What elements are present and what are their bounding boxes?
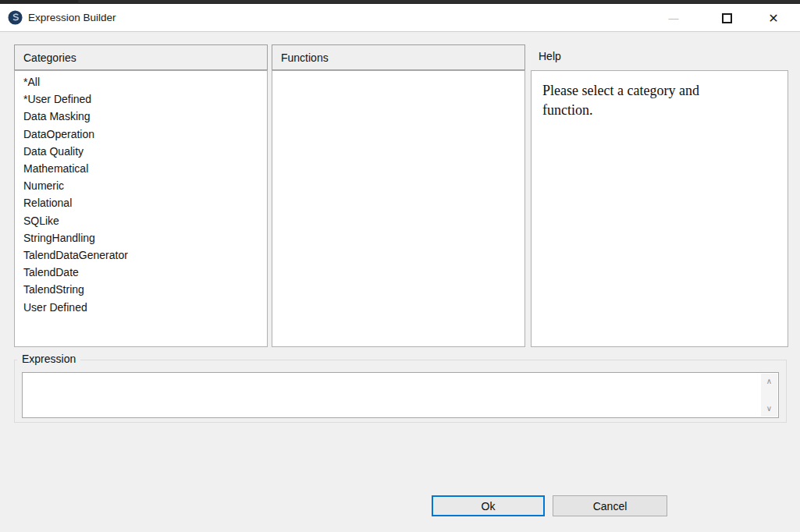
- category-list-item[interactable]: TalendDate: [15, 264, 267, 281]
- category-list-item[interactable]: *All: [15, 73, 267, 90]
- category-list-item[interactable]: TalendDataGenerator: [15, 246, 267, 264]
- help-header: Help: [539, 50, 561, 62]
- category-list-item[interactable]: SQLike: [15, 212, 267, 229]
- functions-list[interactable]: [272, 70, 525, 347]
- cancel-button[interactable]: Cancel: [553, 495, 667, 516]
- category-list-item[interactable]: Numeric: [15, 177, 267, 194]
- categories-list[interactable]: *All*User DefinedData MaskingDataOperati…: [14, 70, 268, 347]
- expression-label: Expression: [17, 353, 80, 365]
- maximize-icon: [722, 13, 732, 23]
- categories-header: Categories: [14, 44, 268, 70]
- scroll-down-icon[interactable]: ∨: [766, 405, 772, 413]
- talend-logo-icon: [8, 10, 23, 25]
- expression-scrollbar[interactable]: ∧ ∨: [761, 374, 777, 417]
- close-button[interactable]: ✕: [758, 4, 789, 32]
- maximize-button[interactable]: [711, 4, 742, 32]
- category-list-item[interactable]: TalendString: [15, 281, 267, 298]
- expression-input[interactable]: ∧ ∨: [22, 372, 779, 418]
- category-list-item[interactable]: Relational: [15, 194, 267, 211]
- category-list-item[interactable]: StringHandling: [15, 229, 267, 246]
- category-list-item[interactable]: Data Quality: [15, 143, 267, 160]
- functions-header: Functions: [272, 44, 525, 70]
- window-title: Expression Builder: [28, 12, 116, 23]
- help-panel: Please select a category and function.: [531, 70, 788, 347]
- category-list-item[interactable]: DataOperation: [15, 126, 267, 143]
- category-list-item[interactable]: User Defined: [15, 299, 267, 316]
- category-list-item[interactable]: Mathematical: [15, 160, 267, 177]
- close-icon: ✕: [768, 11, 778, 26]
- help-message: Please select a category and function.: [532, 71, 758, 130]
- titlebar: Expression Builder — ✕: [0, 4, 800, 32]
- category-list-item[interactable]: Data Masking: [15, 108, 267, 125]
- minimize-button[interactable]: —: [658, 4, 689, 32]
- minimize-icon: —: [669, 12, 679, 24]
- scroll-up-icon[interactable]: ∧: [766, 378, 772, 385]
- ok-button[interactable]: Ok: [432, 495, 545, 516]
- category-list-item[interactable]: *User Defined: [15, 90, 267, 108]
